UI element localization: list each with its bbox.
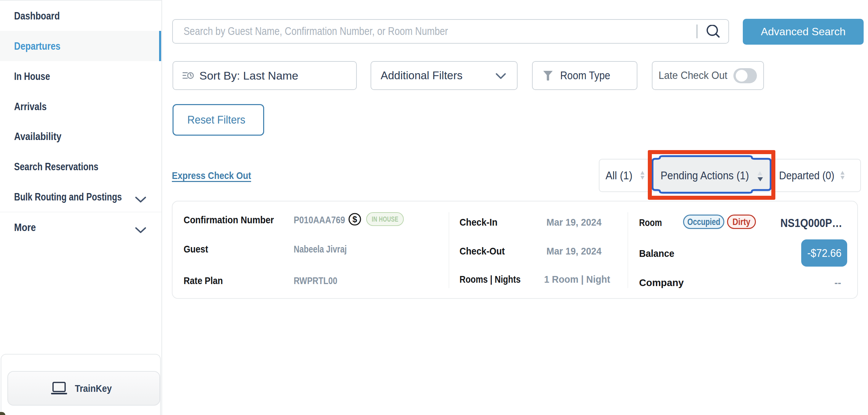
svg-text:$: $: [352, 214, 357, 224]
